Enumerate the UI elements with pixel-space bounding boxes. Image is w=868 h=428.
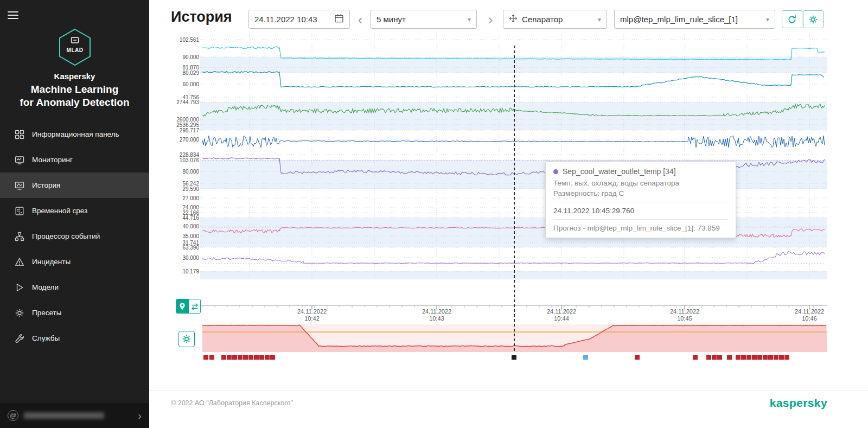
chevron-down-icon: ▾ [762,16,769,23]
anomaly-overview-chart[interactable] [202,323,827,352]
datetime-input[interactable]: 24.11.2022 10:43 [248,10,350,29]
series-tooltip: Sep_cool_water_outlet_temp [34] Темп. вы… [545,161,736,238]
tooltip-series-name: Sep_cool_water_outlet_temp [34] [553,167,728,176]
time-cursor-line[interactable] [514,46,515,353]
x-axis-label: 24.11.202210:44 [547,308,576,322]
event-marker[interactable] [583,355,588,360]
event-marker[interactable] [768,355,773,360]
event-marker[interactable] [741,355,746,360]
pin-marker-button[interactable] [176,299,188,313]
event-marker[interactable] [784,355,789,360]
x-axis-label: 24.11.202210:45 [670,308,699,322]
x-axis-label: 24.11.202210:46 [795,308,824,322]
presets-icon [14,308,25,318]
event-marker[interactable] [712,355,717,360]
chart-settings-button[interactable] [803,10,824,28]
sidebar-item-presets[interactable]: Пресеты [0,300,149,325]
y-axis-label: 102.561 [180,37,199,43]
hamburger-menu-button[interactable] [8,9,22,21]
event-marker[interactable] [717,355,722,360]
user-email-redacted [24,412,104,419]
sidebar-item-dashboard[interactable]: Информационная панель [0,122,149,147]
step-back-chevron-icon[interactable]: ‹ [354,12,366,27]
calendar-icon[interactable] [334,14,344,25]
swap-arrows-icon [190,302,199,311]
y-axis-label: 80.029 [182,70,199,76]
x-axis-label: 24.11.202210:42 [297,308,327,322]
chevron-down-icon: ▾ [463,16,471,23]
user-at-icon: @ [8,410,18,421]
event-marker[interactable] [265,355,270,360]
event-marker[interactable] [763,355,768,360]
event-marker[interactable] [727,355,732,360]
user-account-row[interactable]: @ › [0,403,149,428]
sidebar-item-event-processor[interactable]: Процессор событий [0,223,149,249]
tooltip-forecast: Прогноз - mlp@tep_mlp_lim_rule_slice_[1]… [553,219,728,232]
event-marker[interactable] [693,355,698,360]
sidebar-item-time-slice[interactable]: Временной срез [0,198,149,223]
step-forward-chevron-icon[interactable]: › [484,12,496,27]
sidebar-item-incidents[interactable]: Инциденты [0,249,149,274]
event-marker[interactable] [238,355,242,360]
user-expand-chevron-icon[interactable]: › [138,410,142,421]
event-marker[interactable] [706,355,711,360]
time-slice-icon [14,206,25,216]
mlad-logo: MLAD [58,28,92,66]
event-marker[interactable] [752,355,757,360]
y-axis-label: 270.000 [180,137,199,143]
chevron-down-icon: ▾ [593,16,601,23]
event-marker[interactable] [203,355,208,360]
history-icon [14,181,25,190]
y-axis-label: 295.717 [180,127,199,133]
event-marker[interactable] [512,355,516,360]
event-marker[interactable] [254,355,259,360]
brand-product: Machine Learning for Anomaly Detection [0,83,149,109]
event-marker[interactable] [232,355,237,360]
model-select[interactable]: mlp@tep_mlp_lim_rule_slice_[1] ▾ [614,10,775,29]
tooltip-dimension: Размерность: град C [553,189,728,197]
event-marker[interactable] [243,355,248,360]
y-axis-label: 2744.793 [176,99,199,105]
y-axis-label: 27.000 [182,195,199,201]
event-marker[interactable] [635,355,640,360]
sidebar-item-services[interactable]: Службы [0,325,149,351]
y-axis-label: 60.000 [182,81,199,87]
kaspersky-logo: kaspersky [770,397,827,410]
services-icon [14,334,25,343]
incidents-icon [14,257,25,267]
sidebar-item-history[interactable]: История [0,173,149,198]
compare-swap-button[interactable] [188,299,200,313]
y-axis-label: 103.076 [180,157,199,163]
y-axis-label: 63.390 [182,245,199,251]
sidebar-nav: Информационная панель Мониторинг История… [0,122,149,351]
y-axis-label: 80.000 [182,169,199,175]
series-bullet-icon [553,169,558,174]
sidebar: MLAD Kaspersky Machine Learning for Anom… [0,0,149,428]
mlad-logo-text: MLAD [66,47,83,53]
overview-settings-button[interactable] [178,331,195,347]
move-icon [509,14,518,24]
event-marker[interactable] [248,355,253,360]
event-marker[interactable] [209,355,214,360]
interval-select[interactable]: 5 минут ▾ [371,10,477,29]
y-axis-label: -10.179 [181,269,199,274]
event-marker[interactable] [259,355,264,360]
event-marker[interactable] [757,355,762,360]
y-axis-label: 30.000 [182,255,199,261]
y-axis-label: 90.000 [182,54,199,60]
event-marker[interactable] [736,355,741,360]
location-pin-icon [178,302,186,311]
y-axis-label: 29.590 [182,186,199,192]
event-marker[interactable] [227,355,232,360]
event-marker[interactable] [774,355,778,360]
event-marker[interactable] [221,355,226,360]
sidebar-item-monitoring[interactable]: Мониторинг [0,147,149,173]
sidebar-item-models[interactable]: Модели [0,274,149,300]
preset-select[interactable]: Сепаратор ▾ [503,10,607,29]
refresh-button[interactable] [782,10,802,28]
page-title: История [171,9,232,25]
event-marker[interactable] [779,355,784,360]
event-marker[interactable] [270,355,275,360]
event-marker[interactable] [746,355,751,360]
signal-steel[interactable] [202,71,824,87]
